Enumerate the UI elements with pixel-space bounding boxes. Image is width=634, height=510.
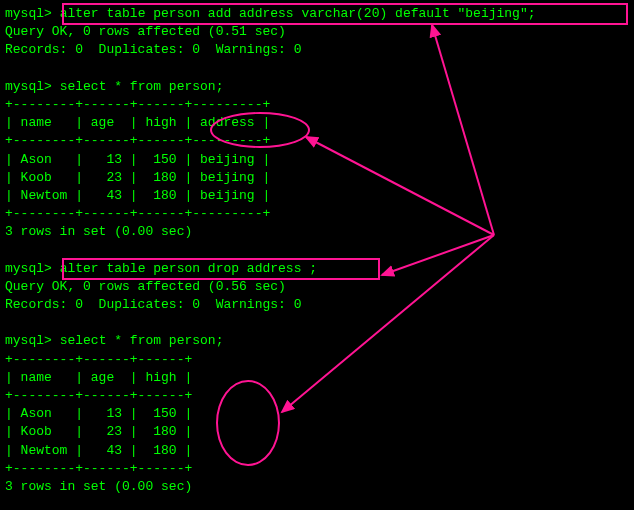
records-1: Records: 0 Duplicates: 0 Warnings: 0 [5, 41, 629, 59]
table1-border: +--------+------+------+---------+ [5, 96, 629, 114]
table-row: | Ason | 13 | 150 | [5, 405, 629, 423]
mysql-prompt: mysql> [5, 333, 52, 348]
table-row: | Ason | 13 | 150 | beijing | [5, 151, 629, 169]
select-command-1: select * from person; [60, 79, 224, 94]
select-command-2: select * from person; [60, 333, 224, 348]
table1-border: +--------+------+------+---------+ [5, 132, 629, 150]
records-2: Records: 0 Duplicates: 0 Warnings: 0 [5, 296, 629, 314]
table2-border: +--------+------+------+ [5, 387, 629, 405]
query-ok-1: Query OK, 0 rows affected (0.51 sec) [5, 23, 629, 41]
table2-border: +--------+------+------+ [5, 351, 629, 369]
mysql-prompt: mysql> [5, 79, 52, 94]
rows-in-set-1: 3 rows in set (0.00 sec) [5, 223, 629, 241]
query-ok-2: Query OK, 0 rows affected (0.56 sec) [5, 278, 629, 296]
table1-header: | name | age | high | address | [5, 114, 629, 132]
table2-header: | name | age | high | [5, 369, 629, 387]
terminal-output: mysql> alter table person add address va… [5, 5, 629, 496]
table-row: | Newtom | 43 | 180 | beijing | [5, 187, 629, 205]
alter-drop-command: alter table person drop address ; [60, 261, 317, 276]
table2-border: +--------+------+------+ [5, 460, 629, 478]
mysql-prompt: mysql> [5, 6, 52, 21]
table-row: | Newtom | 43 | 180 | [5, 442, 629, 460]
table-row: | Koob | 23 | 180 | [5, 423, 629, 441]
rows-in-set-2: 3 rows in set (0.00 sec) [5, 478, 629, 496]
table-row: | Koob | 23 | 180 | beijing | [5, 169, 629, 187]
alter-add-command: alter table person add address varchar(2… [60, 6, 536, 21]
mysql-prompt: mysql> [5, 261, 52, 276]
table1-border: +--------+------+------+---------+ [5, 205, 629, 223]
